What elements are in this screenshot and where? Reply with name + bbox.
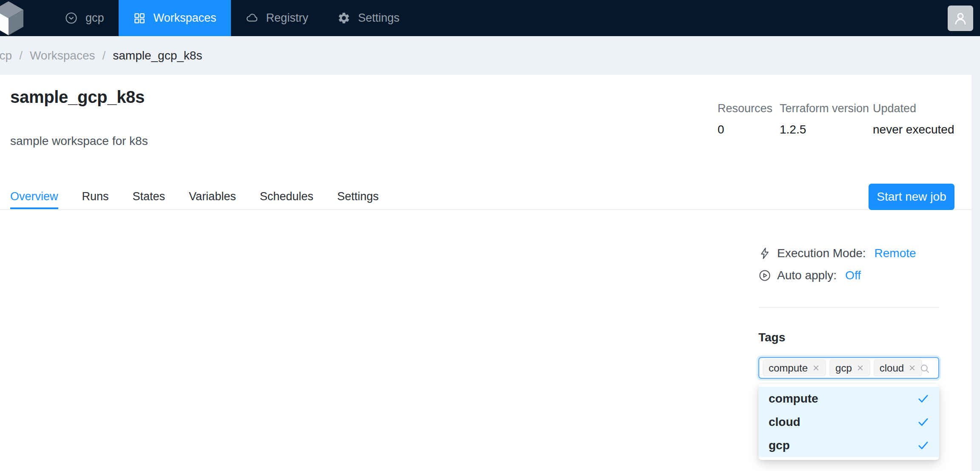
breadcrumb-item-current: sample_gcp_k8s	[113, 49, 202, 62]
grid-icon	[133, 12, 146, 25]
start-new-job-button[interactable]: Start new job	[869, 184, 954, 210]
tab-runs[interactable]: Runs	[82, 184, 109, 209]
dropdown-option-gcp[interactable]: gcp	[758, 434, 939, 457]
tabs: Overview Runs States Variables Schedules…	[0, 184, 971, 209]
auto-apply-row: Auto apply: Off	[758, 264, 861, 287]
nav-spacer	[414, 0, 948, 36]
meta-terraform-version: Terraform version 1.2.5	[780, 102, 873, 136]
tab-variables[interactable]: Variables	[189, 184, 236, 209]
divider	[758, 307, 939, 308]
gear-icon	[337, 11, 350, 25]
remove-tag-icon[interactable]	[856, 364, 864, 372]
person-icon	[952, 10, 969, 27]
nav-item-workspaces[interactable]: Workspaces	[119, 0, 231, 36]
breadcrumb-item-workspaces[interactable]: Workspaces	[30, 49, 95, 62]
meta-updated: Updated never executed	[873, 102, 954, 136]
tag-chip-compute: compute	[763, 360, 826, 376]
breadcrumb: gcp / Workspaces / sample_gcp_k8s	[0, 36, 980, 75]
circle-chevron-down-icon	[65, 11, 78, 25]
remove-tag-icon[interactable]	[908, 364, 916, 372]
dropdown-option-label: compute	[769, 392, 917, 406]
dropdown-option-label: cloud	[769, 415, 917, 429]
breadcrumb-items: gcp / Workspaces / sample_gcp_k8s	[0, 49, 202, 62]
page-title: sample_gcp_k8s	[10, 88, 145, 107]
execution-mode-value[interactable]: Remote	[875, 247, 916, 260]
workspace-page: sample_gcp_k8s sample workspace for k8s …	[0, 75, 971, 471]
nav-item-settings[interactable]: Settings	[323, 0, 414, 36]
check-icon	[917, 415, 930, 428]
search-icon	[919, 363, 931, 376]
dropdown-option-cloud[interactable]: cloud	[758, 410, 939, 434]
nav-item-registry[interactable]: Registry	[231, 0, 323, 36]
tags-select-input[interactable]: compute gcp cloud	[758, 357, 939, 379]
execution-mode-label: Execution Mode:	[777, 247, 866, 260]
check-icon	[917, 392, 930, 405]
cloud-icon	[245, 11, 259, 25]
meta-value: 1.2.5	[780, 123, 873, 136]
remove-tag-icon[interactable]	[812, 364, 820, 372]
meta-label: Resources	[718, 102, 780, 115]
dropdown-option-label: gcp	[769, 439, 917, 452]
environment-label: gcp	[85, 11, 104, 25]
cube-logo-icon	[0, 0, 47, 36]
tab-states[interactable]: States	[133, 184, 165, 209]
workspace-meta: Resources 0 Terraform version 1.2.5 Upda…	[718, 102, 954, 136]
auto-apply-value[interactable]: Off	[845, 269, 861, 282]
meta-value: never executed	[873, 123, 954, 136]
tab-schedules[interactable]: Schedules	[260, 184, 313, 209]
workspace-description: sample workspace for k8s	[10, 134, 148, 148]
tag-chip-label: cloud	[880, 362, 904, 374]
nav-item-label: Workspaces	[154, 11, 217, 25]
tags-dropdown: compute cloud gcp	[758, 384, 939, 460]
meta-label: Updated	[873, 102, 954, 115]
tab-settings[interactable]: Settings	[337, 184, 379, 209]
tab-overview[interactable]: Overview	[10, 184, 58, 209]
tab-bar: Overview Runs States Variables Schedules…	[0, 184, 971, 210]
user-avatar[interactable]	[948, 6, 973, 31]
nav-item-label: Settings	[358, 11, 400, 25]
meta-label: Terraform version	[780, 102, 873, 115]
check-icon	[917, 439, 930, 452]
page: gcp Workspaces Registry Settings	[0, 0, 980, 471]
tag-chip-gcp: gcp	[829, 360, 870, 376]
environment-selector[interactable]: gcp	[50, 0, 119, 36]
nav-item-label: Registry	[266, 11, 308, 25]
tag-chip-cloud: cloud	[874, 360, 922, 376]
tags-label: Tags	[758, 331, 785, 344]
top-nav: gcp Workspaces Registry Settings	[0, 0, 980, 36]
play-circle-icon	[758, 269, 771, 282]
execution-mode-row: Execution Mode: Remote	[758, 242, 916, 264]
dropdown-option-compute[interactable]: compute	[758, 387, 939, 410]
app-logo[interactable]	[0, 0, 50, 36]
thunderbolt-icon	[758, 247, 771, 260]
meta-value: 0	[718, 123, 780, 136]
meta-resources: Resources 0	[718, 102, 780, 136]
auto-apply-label: Auto apply:	[777, 269, 837, 282]
breadcrumb-item-environment[interactable]: gcp	[0, 49, 12, 62]
tag-chip-label: compute	[769, 362, 808, 374]
breadcrumb-separator: /	[102, 49, 105, 62]
breadcrumb-separator: /	[19, 49, 23, 62]
tag-chip-label: gcp	[835, 362, 852, 374]
